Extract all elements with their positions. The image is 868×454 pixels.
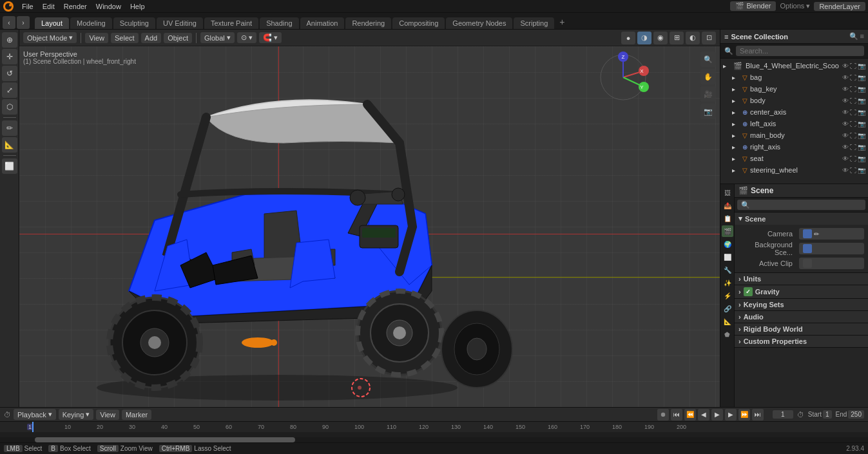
marker-menu-btn[interactable]: Marker bbox=[122, 410, 151, 420]
eye-icon[interactable]: 👁 bbox=[842, 74, 849, 81]
tree-item-left-axis[interactable]: ▸ ⊕ left_axis 👁 ⛶ 📷 bbox=[720, 118, 868, 129]
restrict-render-icon[interactable]: 📷 bbox=[858, 62, 865, 70]
restrict-render-icon[interactable]: 📷 bbox=[858, 109, 865, 116]
restrict-select-icon[interactable]: ⛶ bbox=[850, 144, 856, 151]
pan-btn[interactable]: ✋ bbox=[700, 69, 716, 84]
viewport-canvas[interactable]: User Perspective (1) Scene Collection | … bbox=[19, 46, 720, 407]
tab-rendering[interactable]: Rendering bbox=[345, 17, 391, 29]
jump-start-btn[interactable]: ⏮ bbox=[671, 409, 682, 421]
tab-texture-paint[interactable]: Texture Paint bbox=[204, 17, 258, 29]
eye-icon[interactable]: 👁 bbox=[842, 132, 849, 139]
view-menu-btn[interactable]: View bbox=[85, 33, 108, 43]
select-menu-btn[interactable]: Select bbox=[111, 33, 139, 43]
tree-item-bag-key[interactable]: ▸ ▽ bag_key 👁 ⛶ 📷 bbox=[720, 83, 868, 95]
eye-icon[interactable]: 👁 bbox=[842, 86, 849, 93]
cursor-tool-btn[interactable]: ⊕ bbox=[2, 32, 17, 48]
eye-icon[interactable]: 👁 bbox=[842, 109, 849, 116]
custom-props-section-header[interactable]: › Custom Properties bbox=[735, 336, 868, 347]
rigid-body-section-header[interactable]: › Rigid Body World bbox=[735, 323, 868, 335]
viewport-overlay-btn[interactable]: ◐ bbox=[686, 32, 700, 44]
timeline-body[interactable]: 1 10 20 30 40 50 60 70 80 90 100 110 120… bbox=[0, 422, 868, 442]
jump-end-btn[interactable]: ⏭ bbox=[752, 409, 764, 421]
outliner-search-icon[interactable]: 🔍 bbox=[849, 32, 858, 41]
end-value[interactable]: 250 bbox=[848, 410, 864, 419]
viewport-xray-btn[interactable]: ⊡ bbox=[702, 32, 716, 44]
tree-item-center-axis[interactable]: ▸ ⊕ center_axis 👁 ⛶ 📷 bbox=[720, 106, 868, 118]
timeline-scrollbar[interactable] bbox=[0, 437, 868, 442]
camera-prop-value[interactable]: ✏ bbox=[799, 228, 864, 240]
outliner-filter-icon[interactable]: ≡ bbox=[860, 32, 864, 41]
modifier-props-icon[interactable]: 🔧 bbox=[722, 264, 733, 276]
rotate-tool-btn[interactable]: ↺ bbox=[2, 66, 17, 81]
annotate-tool-btn[interactable]: ✏ bbox=[2, 120, 17, 136]
transform-tool-btn[interactable]: ⬡ bbox=[2, 99, 17, 115]
options-btn[interactable]: Options ▾ bbox=[780, 2, 810, 10]
restrict-render-icon[interactable]: 📷 bbox=[858, 155, 865, 162]
scene-section-header[interactable]: ▾ Scene bbox=[735, 213, 868, 225]
workspace-next-btn[interactable]: › bbox=[17, 16, 30, 29]
object-mode-btn[interactable]: Object Mode ▾ bbox=[23, 32, 77, 43]
restrict-render-icon[interactable]: 📷 bbox=[858, 132, 865, 139]
restrict-select-icon[interactable]: ⛶ bbox=[850, 62, 856, 70]
restrict-select-icon[interactable]: ⛶ bbox=[850, 120, 856, 128]
scene-selector[interactable]: 🎬 Blender bbox=[730, 1, 776, 11]
active-clip-prop-value[interactable] bbox=[799, 258, 864, 269]
tab-geometry-nodes[interactable]: Geometry Nodes bbox=[446, 17, 512, 29]
data-props-icon[interactable]: 📐 bbox=[722, 316, 733, 327]
tab-sculpting[interactable]: Sculpting bbox=[113, 17, 155, 29]
restrict-render-icon[interactable]: 📷 bbox=[858, 144, 865, 151]
bg-scene-prop-value[interactable] bbox=[799, 243, 864, 254]
render-preview-btn[interactable]: 📷 bbox=[700, 104, 716, 119]
restrict-render-icon[interactable]: 📷 bbox=[858, 120, 865, 128]
tab-layout[interactable]: Layout bbox=[35, 17, 69, 29]
move-tool-btn[interactable]: ✛ bbox=[2, 49, 17, 64]
viewport-shading-material-btn[interactable]: ◑ bbox=[637, 32, 651, 44]
viewport-shading-solid-btn[interactable]: ● bbox=[621, 32, 635, 44]
prev-frame-btn[interactable]: ◀ bbox=[698, 409, 709, 421]
start-value[interactable]: 1 bbox=[823, 410, 832, 419]
camera-btn[interactable]: 🎥 bbox=[700, 86, 716, 102]
world-props-icon[interactable]: 🌍 bbox=[722, 238, 733, 250]
record-btn[interactable]: ⏺ bbox=[657, 409, 669, 421]
view-layer-props-icon[interactable]: 📋 bbox=[722, 213, 733, 224]
eye-icon[interactable]: 👁 bbox=[842, 97, 849, 104]
tab-compositing[interactable]: Compositing bbox=[392, 17, 445, 29]
zoom-btn[interactable]: 🔍 bbox=[700, 52, 716, 67]
tree-item-main-body[interactable]: ▸ ▽ main_body 👁 ⛶ 📷 bbox=[720, 129, 868, 141]
tab-modeling[interactable]: Modeling bbox=[70, 17, 112, 29]
tree-item-bag[interactable]: ▸ ▽ bag 👁 ⛶ 📷 bbox=[720, 71, 868, 83]
tab-scripting[interactable]: Scripting bbox=[514, 17, 554, 29]
timeline-view-menu-btn[interactable]: View bbox=[96, 410, 119, 420]
tab-uv-editing[interactable]: UV Editing bbox=[157, 17, 203, 29]
menu-render[interactable]: Render bbox=[60, 2, 91, 11]
timeline-scrollbar-thumb[interactable] bbox=[35, 437, 295, 442]
eye-icon[interactable]: 👁 bbox=[842, 120, 849, 128]
restrict-select-icon[interactable]: ⛶ bbox=[850, 109, 856, 116]
snap-btn[interactable]: 🧲 ▾ bbox=[259, 32, 282, 43]
tree-item-right-axis[interactable]: ▸ ⊕ right_axis 👁 ⛶ 📷 bbox=[720, 141, 868, 153]
tab-animation[interactable]: Animation bbox=[300, 17, 345, 29]
add-cube-btn[interactable]: ⬜ bbox=[2, 158, 17, 174]
workspace-back-btn[interactable]: ‹ bbox=[3, 16, 15, 29]
eye-icon[interactable]: 👁 bbox=[842, 144, 849, 151]
output-props-icon[interactable]: 📤 bbox=[722, 200, 733, 211]
transform-pivot-btn[interactable]: ⊙ ▾ bbox=[237, 32, 256, 43]
physics-props-icon[interactable]: ⚡ bbox=[722, 290, 733, 301]
restrict-select-icon[interactable]: ⛶ bbox=[850, 155, 856, 162]
scene-props-icon[interactable]: 🎬 bbox=[722, 225, 733, 237]
prev-keyframe-btn[interactable]: ⏪ bbox=[684, 409, 696, 421]
restrict-select-icon[interactable]: ⛶ bbox=[850, 132, 856, 139]
restrict-select-icon[interactable]: ⛶ bbox=[850, 74, 856, 81]
tree-item-root[interactable]: ▸ 🎬 Blue_4_Wheel_Electric_Scoo 👁 ⛶ 📷 bbox=[720, 60, 868, 71]
viewport-shading-render-btn[interactable]: ◉ bbox=[653, 32, 668, 44]
menu-edit[interactable]: Edit bbox=[39, 2, 59, 11]
eye-icon[interactable]: 👁 bbox=[842, 167, 849, 174]
playback-menu-btn[interactable]: Playback ▾ bbox=[14, 409, 56, 420]
add-menu-btn[interactable]: Add bbox=[141, 33, 162, 43]
units-section-header[interactable]: › Units bbox=[735, 273, 868, 285]
object-props-icon[interactable]: ⬜ bbox=[722, 251, 733, 263]
particle-props-icon[interactable]: ✨ bbox=[722, 277, 733, 288]
scale-tool-btn[interactable]: ⤢ bbox=[2, 82, 17, 98]
navigation-gizmo[interactable]: X Y Z bbox=[597, 52, 649, 103]
restrict-render-icon[interactable]: 📷 bbox=[858, 86, 865, 93]
